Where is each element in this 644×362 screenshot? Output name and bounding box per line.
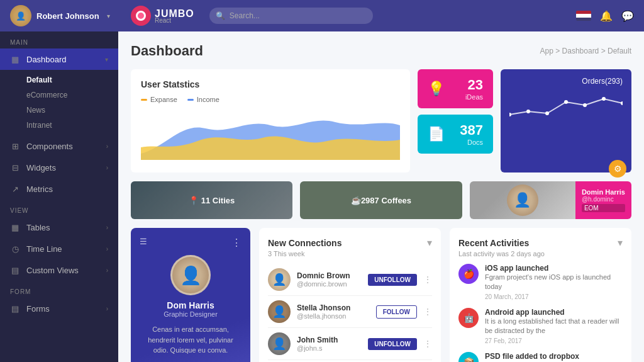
profile-badge: EOM xyxy=(582,204,625,212)
sidebar-item-widgets[interactable]: ⊟ Widgets › xyxy=(0,157,118,178)
secondary-stats-row: 📍 11 Cities ☕ 2987 Coffees 👤 Domin Harri… xyxy=(131,181,631,219)
profile-card-name: Dom Harris xyxy=(167,300,214,310)
sidebar-item-inner: ▤ Forms xyxy=(10,303,50,314)
profile-card-role: Graphic Designer xyxy=(164,310,218,318)
chart-card: User Statstics Expanse Income xyxy=(131,69,410,173)
stat-tile-label-docs: Docs xyxy=(460,139,483,146)
activity-date-1: 20 March, 2017 xyxy=(485,293,623,300)
activities-card: Recent Activities ▾ Last activity was 2 … xyxy=(450,228,631,362)
logo-text-block: JUMBO React xyxy=(155,8,194,24)
activity-info-1: iOS app launched Fgram project's new iOS… xyxy=(485,264,623,300)
sidebar-section-form: FORM xyxy=(0,281,118,298)
sidebar-item-dashboard[interactable]: ▦ Dashboard ▾ xyxy=(0,48,118,70)
logo-inner xyxy=(136,11,146,21)
connection-item: 👤 Stella Jhonson @stella.jhonson FOLLOW … xyxy=(268,296,432,328)
sidebar-item-metrics[interactable]: ↗ Metrics xyxy=(0,178,118,200)
city-tile: 📍 11 Cities xyxy=(131,181,292,219)
activities-header: Recent Activities ▾ xyxy=(458,237,623,249)
stat-tile-right: 387 Docs xyxy=(460,122,483,146)
conn-handle-2: @stella.jhonson xyxy=(297,312,370,320)
connections-collapse-icon[interactable]: ▾ xyxy=(427,237,432,249)
profile-handle: @h.dominc xyxy=(582,196,625,203)
connections-card: New Connections ▾ 3 This week 👤 Domnic B… xyxy=(259,228,441,362)
connections-header: New Connections ▾ xyxy=(268,237,432,249)
sidebar-section-main: MAIN xyxy=(0,31,118,48)
topbar-right: 🔔 💬 xyxy=(576,10,634,22)
sidebar-item-components[interactable]: ⊞ Components › xyxy=(0,135,118,157)
coffee-icon: ☕ xyxy=(351,196,361,205)
city-icon: 📍 xyxy=(189,196,201,205)
conn-dots-3[interactable]: ⋮ xyxy=(423,339,432,349)
flag-icon[interactable] xyxy=(576,11,591,21)
conn-avatar-1: 👤 xyxy=(268,268,291,291)
chart-title: User Statstics xyxy=(141,79,400,89)
chart-legend: Expanse Income xyxy=(141,96,400,103)
dots-menu-icon[interactable]: ⋮ xyxy=(231,237,242,249)
city-label: 📍 11 Cities xyxy=(189,196,235,205)
widgets-icon: ⊟ xyxy=(10,162,20,173)
avatar[interactable]: 👤 xyxy=(10,5,31,26)
bell-icon[interactable]: 🔔 xyxy=(600,10,613,22)
gear-icon[interactable]: ⚙ xyxy=(609,160,626,178)
conn-btn-unfollow-3[interactable]: UNFOLLOW xyxy=(368,338,417,350)
sidebar-section-view: VIEW xyxy=(0,200,118,217)
chevron-icon: › xyxy=(106,164,108,171)
conn-name-1: Domnic Brown xyxy=(297,271,362,280)
sidebar-item-customviews[interactable]: ▤ Custom Views › xyxy=(0,259,118,281)
sidebar-item-tables[interactable]: ▦ Tables › xyxy=(0,217,118,238)
stat-tiles: 💡 23 iDeas 📄 387 Docs xyxy=(418,69,493,173)
chevron-down-icon[interactable]: ▾ xyxy=(107,13,110,20)
sidebar-label-forms: Forms xyxy=(26,304,50,314)
activity-title-3: PSD file added to dropbox xyxy=(485,352,623,361)
profile-overlay: Domin Harris @h.dominc EOM xyxy=(575,181,631,219)
content-area: Dashboard App > Dashboard > Default User… xyxy=(118,31,644,362)
stat-tile-docs: 📄 387 Docs xyxy=(418,115,493,154)
metrics-icon: ↗ xyxy=(10,184,20,194)
sidebar-sub-ecommerce[interactable]: eCommerce xyxy=(26,88,118,103)
sidebar-item-forms[interactable]: ▤ Forms › xyxy=(0,298,118,319)
topbar-left: 👤 Robert Johnson ▾ xyxy=(10,5,123,26)
svg-point-1 xyxy=(526,110,530,113)
conn-name-2: Stella Jhonson xyxy=(297,303,370,312)
activity-icon-1: 🍎 xyxy=(458,264,479,284)
stat-tile-icon-docs: 📄 xyxy=(428,126,445,142)
sidebar-item-inner: ▤ Custom Views xyxy=(10,265,79,275)
components-icon: ⊞ xyxy=(10,141,20,151)
conn-dots-1[interactable]: ⋮ xyxy=(423,274,432,285)
sidebar-sub-intranet[interactable]: Intranet xyxy=(26,118,118,133)
activity-item-1: 🍎 iOS app launched Fgram project's new i… xyxy=(458,264,623,300)
activity-icon-2: 🤖 xyxy=(458,308,479,328)
conn-handle-3: @john.s xyxy=(297,344,362,352)
connection-item: 👤 Domnic Brown @domnic.brown UNFOLLOW ⋮ xyxy=(268,264,432,296)
breadcrumb-text: App > Dashboard > Default xyxy=(540,47,631,55)
sidebar-sub-news[interactable]: News xyxy=(26,103,118,118)
svg-point-3 xyxy=(564,100,568,104)
activity-title-2: Android app launched xyxy=(485,308,623,317)
connections-sub: 3 This week xyxy=(268,250,432,257)
conn-name-3: John Smith xyxy=(297,336,362,344)
search-icon: 🔍 xyxy=(216,11,225,20)
main-layout: MAIN ▦ Dashboard ▾ Default eCommerce New… xyxy=(0,31,644,362)
activities-collapse-icon[interactable]: ▾ xyxy=(618,237,623,249)
conn-btn-unfollow-1[interactable]: UNFOLLOW xyxy=(368,274,417,286)
hamburger-icon[interactable]: ☰ xyxy=(140,237,147,246)
conn-dots-2[interactable]: ⋮ xyxy=(423,307,432,317)
orders-title: Orders(293) xyxy=(509,77,623,86)
search-input[interactable] xyxy=(209,8,373,24)
sidebar-item-inner: ⊟ Widgets xyxy=(10,162,56,173)
message-icon[interactable]: 💬 xyxy=(621,10,634,22)
activity-title-1: iOS app launched xyxy=(485,264,623,273)
conn-btn-follow-2[interactable]: FOLLOW xyxy=(376,305,417,319)
profile-card-avatar: 👤 xyxy=(170,255,211,295)
chevron-icon: › xyxy=(106,246,108,252)
connection-item: 👤 John Smith @john.s UNFOLLOW ⋮ xyxy=(268,328,432,360)
sidebar-item-timeline[interactable]: ◷ Time Line › xyxy=(0,238,118,259)
activity-item-3: 📦 PSD file added to dropbox There are ma… xyxy=(458,352,623,362)
stat-tile-right: 23 iDeas xyxy=(465,77,483,101)
page-title: Dashboard xyxy=(131,43,203,59)
stat-tile-value-ideas: 23 xyxy=(465,77,483,93)
activity-item-2: 🤖 Android app launched It is a long esta… xyxy=(458,308,623,344)
svg-point-5 xyxy=(602,97,606,101)
sidebar-sub-default[interactable]: Default xyxy=(26,72,118,88)
legend-dot-orange xyxy=(141,99,147,101)
